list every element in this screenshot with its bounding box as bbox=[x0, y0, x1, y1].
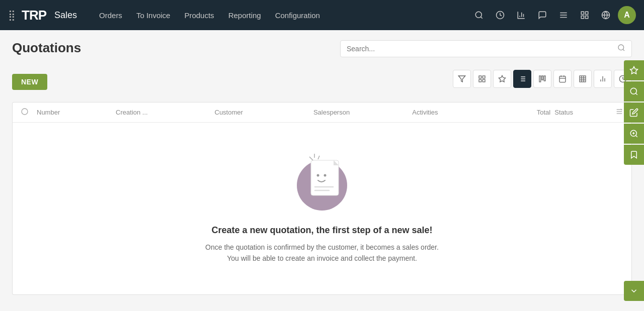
app-logo: TRP bbox=[22, 8, 46, 23]
svg-rect-25 bbox=[542, 76, 543, 80]
svg-rect-26 bbox=[544, 76, 545, 81]
nav-item-reporting[interactable]: Reporting bbox=[222, 7, 267, 24]
table-header: Number Creation ... Customer Salesperson… bbox=[12, 102, 632, 123]
svg-marker-17 bbox=[499, 75, 505, 82]
svg-rect-5 bbox=[581, 12, 584, 14]
favorites-btn[interactable] bbox=[493, 70, 511, 88]
right-sidebar bbox=[624, 60, 644, 165]
view-toolbar bbox=[453, 70, 632, 88]
nav-item-orders[interactable]: Orders bbox=[93, 7, 128, 24]
chart-nav-icon[interactable] bbox=[512, 6, 530, 24]
svg-rect-31 bbox=[580, 76, 586, 82]
topnav: ⣿ TRP Sales Orders To Invoice Products R… bbox=[0, 0, 644, 30]
svg-marker-12 bbox=[458, 76, 465, 82]
nav-item-configuration[interactable]: Configuration bbox=[269, 7, 326, 24]
clock-icon[interactable] bbox=[491, 6, 509, 24]
nav-menu: Orders To Invoice Products Reporting Con… bbox=[93, 7, 466, 24]
svg-line-52 bbox=[309, 157, 313, 160]
nav-item-to-invoice[interactable]: To Invoice bbox=[130, 7, 177, 24]
main-content: Quotations NEW bbox=[0, 30, 644, 311]
svg-rect-8 bbox=[586, 16, 588, 19]
location-icon[interactable] bbox=[597, 6, 615, 24]
svg-point-11 bbox=[618, 45, 624, 50]
kanban-view-btn[interactable] bbox=[533, 70, 551, 88]
apps-icon[interactable] bbox=[576, 6, 594, 24]
col-salesperson-header[interactable]: Salesperson bbox=[313, 109, 412, 116]
svg-line-44 bbox=[621, 109, 622, 111]
grid-icon[interactable]: ⣿ bbox=[8, 9, 16, 21]
svg-line-54 bbox=[318, 156, 319, 159]
col-customer-header[interactable]: Customer bbox=[215, 109, 313, 116]
col-activities-header[interactable]: Activities bbox=[412, 109, 511, 116]
svg-point-48 bbox=[317, 174, 319, 177]
nav-right: A bbox=[470, 6, 636, 24]
svg-rect-24 bbox=[539, 76, 541, 82]
empty-illustration bbox=[287, 143, 357, 213]
filter-btn[interactable] bbox=[453, 70, 471, 88]
app-name: Sales bbox=[54, 10, 77, 21]
sidebar-star-btn[interactable] bbox=[624, 60, 644, 80]
col-status-header[interactable]: Status bbox=[554, 109, 607, 116]
empty-description: Once the quotation is confirmed by the c… bbox=[205, 242, 439, 264]
col-number-header[interactable]: Number bbox=[37, 109, 116, 116]
svg-rect-27 bbox=[559, 76, 566, 82]
sidebar-expand-btn[interactable] bbox=[624, 281, 644, 301]
search-input[interactable] bbox=[347, 45, 617, 53]
empty-title: Create a new quotation, the first step o… bbox=[211, 225, 432, 236]
svg-rect-14 bbox=[482, 76, 485, 78]
toolbar-row: NEW bbox=[12, 70, 632, 94]
pivot-view-btn[interactable] bbox=[574, 70, 592, 88]
svg-marker-55 bbox=[630, 67, 638, 74]
svg-rect-15 bbox=[479, 79, 481, 82]
col-total-header[interactable]: Total bbox=[511, 109, 551, 116]
page-title: Quotations bbox=[12, 40, 81, 56]
menu-icon[interactable] bbox=[554, 6, 573, 24]
select-all-checkbox[interactable] bbox=[21, 108, 37, 117]
svg-point-0 bbox=[475, 12, 481, 18]
search-nav-icon[interactable] bbox=[470, 6, 488, 24]
sidebar-search-btn[interactable] bbox=[624, 81, 644, 101]
sidebar-edit-btn[interactable] bbox=[624, 102, 644, 123]
svg-point-40 bbox=[22, 109, 28, 115]
search-bar bbox=[340, 40, 632, 57]
svg-point-49 bbox=[324, 174, 327, 177]
svg-point-56 bbox=[630, 88, 636, 94]
svg-rect-13 bbox=[479, 76, 481, 78]
svg-rect-6 bbox=[586, 12, 588, 14]
svg-rect-7 bbox=[581, 16, 584, 19]
col-creation-header[interactable]: Creation ... bbox=[116, 109, 214, 116]
sidebar-zoom-btn[interactable] bbox=[624, 124, 644, 144]
nav-item-products[interactable]: Products bbox=[178, 7, 220, 24]
calendar-view-btn[interactable] bbox=[553, 70, 572, 88]
group-btn[interactable] bbox=[473, 70, 491, 88]
sidebar-bookmark-btn[interactable] bbox=[624, 145, 644, 165]
user-avatar[interactable]: A bbox=[618, 6, 636, 24]
chart-view-btn[interactable] bbox=[594, 70, 612, 88]
discuss-icon[interactable] bbox=[533, 6, 551, 24]
col-settings-icon[interactable] bbox=[607, 108, 623, 117]
svg-rect-16 bbox=[482, 79, 485, 82]
search-submit-icon[interactable] bbox=[617, 44, 625, 54]
list-view-btn[interactable] bbox=[513, 70, 531, 88]
empty-state: Create a new quotation, the first step o… bbox=[12, 123, 632, 295]
new-button[interactable]: NEW bbox=[12, 74, 47, 90]
